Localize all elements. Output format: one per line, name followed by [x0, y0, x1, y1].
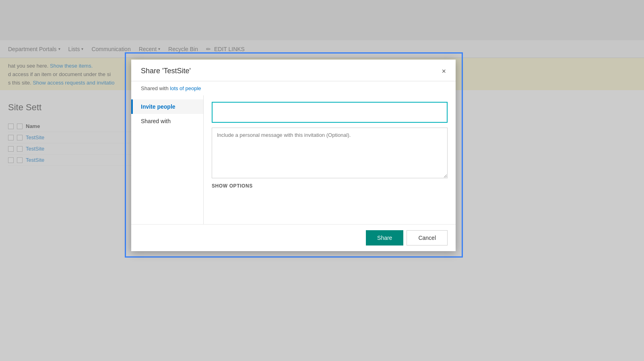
show-options-toggle[interactable]: SHOW OPTIONS [212, 183, 448, 189]
dialog-title: Share 'TestSite' [141, 67, 191, 75]
cancel-button[interactable]: Cancel [407, 230, 448, 245]
close-button[interactable]: × [442, 68, 446, 75]
dialog-main-content: SHOW OPTIONS [204, 95, 456, 224]
sidebar-item-shared-with[interactable]: Shared with [131, 114, 203, 128]
dialog-footer: Share Cancel [131, 224, 456, 251]
dialog-subtitle: Shared with lots of people [131, 81, 456, 95]
share-dialog: Share 'TestSite' × Shared with lots of p… [131, 60, 456, 251]
dialog-body: Invite people Shared with SHOW OPTIONS [131, 95, 456, 224]
sidebar-item-invite-people[interactable]: Invite people [131, 99, 203, 114]
lots-of-people-link[interactable]: lots of people [170, 85, 201, 91]
share-button[interactable]: Share [366, 230, 403, 245]
dialog-header: Share 'TestSite' × [131, 60, 456, 81]
personal-message-textarea[interactable] [212, 128, 448, 178]
dialog-sidebar: Invite people Shared with [131, 95, 204, 224]
invite-people-input[interactable] [212, 102, 448, 123]
